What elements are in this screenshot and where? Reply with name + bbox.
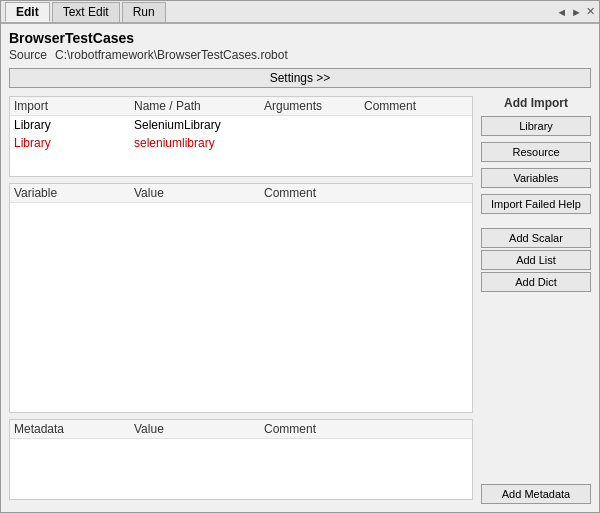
main-area: Import Name / Path Arguments Comment Lib… [9, 96, 591, 506]
import-col2: Name / Path [134, 99, 264, 113]
add-import-title: Add Import [481, 96, 591, 110]
metadata-col1: Metadata [14, 422, 134, 436]
tab-edit[interactable]: Edit [5, 2, 50, 22]
left-panel: Import Name / Path Arguments Comment Lib… [9, 96, 473, 506]
close-icon[interactable]: ✕ [586, 5, 595, 18]
import-failed-help-button[interactable]: Import Failed Help [481, 194, 591, 214]
variable-col3: Comment [264, 186, 468, 200]
nav-next-icon[interactable]: ► [571, 6, 582, 18]
add-scalar-button[interactable]: Add Scalar [481, 228, 591, 248]
import-col4: Comment [364, 99, 468, 113]
title-bar: Edit Text Edit Run ◄ ► ✕ [1, 1, 599, 23]
metadata-col3: Comment [264, 422, 468, 436]
table-row[interactable]: Library seleniumlibrary [10, 134, 472, 152]
variable-body [10, 203, 472, 263]
source-row: Source C:\robotframework\BrowserTestCase… [9, 48, 591, 62]
variable-col1: Variable [14, 186, 134, 200]
table-row[interactable]: Library SeleniumLibrary [10, 116, 472, 134]
import-col3: Arguments [264, 99, 364, 113]
metadata-body [10, 439, 472, 499]
tab-run[interactable]: Run [122, 2, 166, 22]
import-body: Library SeleniumLibrary Library selenium… [10, 116, 472, 176]
metadata-header: Metadata Value Comment [10, 420, 472, 439]
metadata-section: Metadata Value Comment [9, 419, 473, 500]
right-panel: Add Import Library Resource Variables Im… [481, 96, 591, 506]
variable-buttons-group: Add Scalar Add List Add Dict [481, 228, 591, 294]
metadata-col2: Value [134, 422, 264, 436]
nav-prev-icon[interactable]: ◄ [556, 6, 567, 18]
import-col1: Import [14, 99, 134, 113]
content-area: BrowserTestCases Source C:\robotframewor… [1, 23, 599, 512]
settings-button[interactable]: Settings >> [9, 68, 591, 88]
page-title: BrowserTestCases [9, 30, 591, 46]
main-window: Edit Text Edit Run ◄ ► ✕ BrowserTestCase… [0, 0, 600, 513]
tab-bar: Edit Text Edit Run [5, 2, 168, 22]
variable-header: Variable Value Comment [10, 184, 472, 203]
import-section: Import Name / Path Arguments Comment Lib… [9, 96, 473, 177]
source-path: C:\robotframework\BrowserTestCases.robot [55, 48, 288, 62]
add-dict-button[interactable]: Add Dict [481, 272, 591, 292]
spacer [481, 298, 591, 480]
library-button[interactable]: Library [481, 116, 591, 136]
variable-section: Variable Value Comment [9, 183, 473, 413]
variables-button[interactable]: Variables [481, 168, 591, 188]
variable-col2: Value [134, 186, 264, 200]
import-header: Import Name / Path Arguments Comment [10, 97, 472, 116]
tab-text-edit[interactable]: Text Edit [52, 2, 120, 22]
source-label: Source [9, 48, 47, 62]
window-controls: ◄ ► ✕ [556, 5, 595, 18]
add-list-button[interactable]: Add List [481, 250, 591, 270]
resource-button[interactable]: Resource [481, 142, 591, 162]
add-metadata-button[interactable]: Add Metadata [481, 484, 591, 504]
